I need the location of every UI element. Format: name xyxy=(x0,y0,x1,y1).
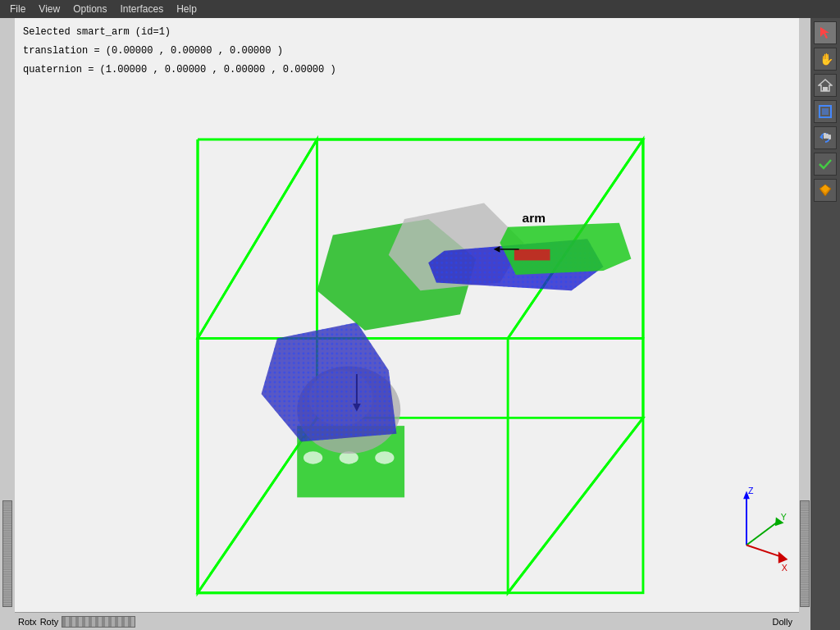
menu-view[interactable]: View xyxy=(32,2,66,16)
right-scrollbar-track[interactable] xyxy=(800,500,810,607)
svg-marker-8 xyxy=(508,139,643,593)
svg-rect-44 xyxy=(823,87,828,91)
rotation-slider[interactable] xyxy=(62,616,135,628)
menubar: File View Options Interfaces Help xyxy=(0,0,840,18)
menu-options[interactable]: Options xyxy=(66,2,113,16)
svg-line-35 xyxy=(746,521,778,545)
bottom-bar: Rotx Roty Dolly xyxy=(15,612,799,630)
menu-file[interactable]: File xyxy=(3,2,32,16)
arrow-icon xyxy=(818,25,833,40)
svg-text:Y: Y xyxy=(781,512,787,522)
svg-text:✋: ✋ xyxy=(819,52,833,66)
svg-text:arm: arm xyxy=(523,211,546,225)
left-scrollbar-track[interactable] xyxy=(2,500,12,607)
rotate-tool-button[interactable] xyxy=(814,126,837,149)
hand-icon: ✋ xyxy=(818,52,833,66)
check-tool-button[interactable] xyxy=(814,153,837,176)
svg-rect-48 xyxy=(824,133,826,139)
svg-marker-41 xyxy=(820,27,829,39)
svg-rect-0 xyxy=(198,338,643,592)
svg-line-38 xyxy=(746,546,783,558)
menu-help[interactable]: Help xyxy=(170,2,203,16)
svg-point-13 xyxy=(375,451,394,464)
svg-rect-49 xyxy=(826,134,829,139)
hand-tool-button[interactable]: ✋ xyxy=(814,48,837,71)
rotate-icon xyxy=(818,130,833,145)
menu-interfaces[interactable]: Interfaces xyxy=(114,2,171,16)
translation-info: translation = (0.00000 , 0.00000 , 0.000… xyxy=(23,43,336,59)
select-tool-button[interactable] xyxy=(814,21,837,44)
info-panel: Selected smart_arm (id=1) translation = … xyxy=(23,25,336,79)
svg-rect-23 xyxy=(514,249,550,261)
view-icon xyxy=(818,104,833,119)
left-scrollbar[interactable] xyxy=(0,18,15,630)
svg-marker-22 xyxy=(500,223,631,275)
svg-text:X: X xyxy=(782,563,788,573)
svg-rect-46 xyxy=(822,108,829,115)
gem-tool-button[interactable] xyxy=(814,179,837,202)
svg-point-11 xyxy=(304,451,322,464)
svg-text:Z: Z xyxy=(748,486,754,495)
viewport[interactable]: Selected smart_arm (id=1) translation = … xyxy=(15,18,799,630)
scene-viewport[interactable]: arm Z xyxy=(15,18,799,630)
rotx-label: Rotx xyxy=(18,617,37,627)
svg-marker-17 xyxy=(262,322,397,441)
main-container: Selected smart_arm (id=1) translation = … xyxy=(0,18,840,630)
gem-icon xyxy=(818,183,833,198)
right-toolbar: ✋ xyxy=(810,18,840,630)
home-icon xyxy=(818,78,833,93)
home-tool-button[interactable] xyxy=(814,74,837,97)
roty-label: Roty xyxy=(40,617,59,627)
view-tool-button[interactable] xyxy=(814,100,837,123)
check-icon xyxy=(818,157,833,171)
dolly-label: Dolly xyxy=(773,617,792,627)
right-scrollbar[interactable] xyxy=(799,18,810,630)
selected-object-info: Selected smart_arm (id=1) xyxy=(23,25,336,40)
svg-rect-50 xyxy=(829,135,831,139)
quaternion-info: quaternion = (1.00000 , 0.00000 , 0.0000… xyxy=(23,62,336,78)
